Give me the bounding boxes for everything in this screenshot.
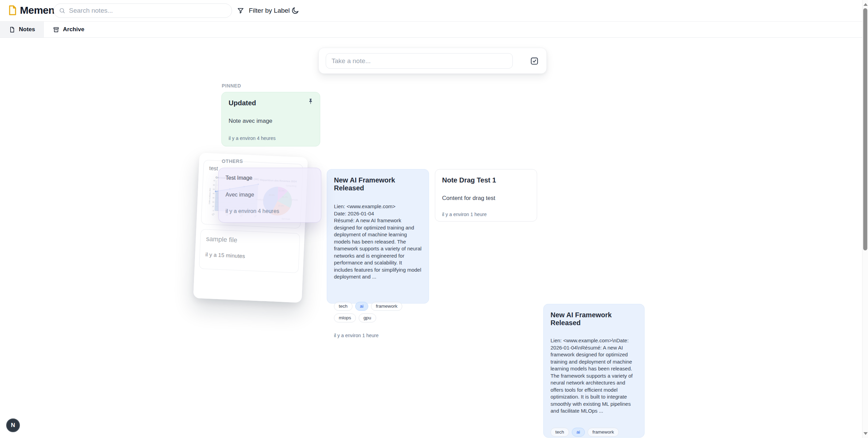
svg-text:10: 10 <box>212 205 214 207</box>
tab-notes-label: Notes <box>19 26 35 33</box>
tag-ai[interactable]: ai <box>572 428 585 437</box>
ghost-title: Test Image <box>225 175 314 181</box>
scrollbar-thumb[interactable] <box>863 8 867 250</box>
note-content: Lien: <www.example.com>\nDate: 2026-01-0… <box>551 337 637 415</box>
vertical-scrollbar[interactable] <box>862 0 868 438</box>
pin-icon[interactable] <box>307 98 314 105</box>
take-a-note-input[interactable] <box>326 53 513 69</box>
svg-text:Q1: Q1 <box>211 212 215 216</box>
svg-text:20: 20 <box>212 201 214 203</box>
pinned-section-label: PINNED <box>222 83 241 88</box>
tag-mlops[interactable]: mlops <box>334 313 356 322</box>
search-bar <box>54 3 232 18</box>
scrollbar-down-arrow[interactable] <box>864 432 868 435</box>
tag-ai[interactable]: ai <box>355 302 369 311</box>
tag-tech[interactable]: tech <box>334 302 352 311</box>
note-file-icon <box>9 26 15 33</box>
others-section-label: OTHERS <box>222 158 243 164</box>
drag-ghost-card[interactable]: Test Image Avec image il y a environ 4 h… <box>218 168 321 223</box>
checklist-icon[interactable] <box>530 57 539 66</box>
svg-text:60: 60 <box>213 184 215 186</box>
tag-gpu[interactable]: gpu <box>359 313 376 322</box>
svg-text:0: 0 <box>213 210 214 212</box>
note-card-ai-framework[interactable]: New AI Framework Released Lien: <www.exa… <box>327 169 429 304</box>
note-card-drag-test-1[interactable]: Note Drag Test 1 Content for drag test i… <box>435 169 537 222</box>
sample-file-timestamp: il y a 15 minutes <box>205 251 293 261</box>
header: Memento Filter by Label <box>0 0 868 21</box>
pinned-note-card[interactable]: Updated Note avec image il y a environ 4… <box>221 92 320 146</box>
app-logo-icon <box>7 5 18 16</box>
note-content: Content for drag test <box>442 195 530 202</box>
tag-tech[interactable]: tech <box>551 428 569 437</box>
tab-archive[interactable]: Archive <box>44 22 93 37</box>
svg-text:70: 70 <box>213 180 215 181</box>
note-tags: tech ai framework mlops gpu <box>334 302 422 322</box>
memento-app: Memento Filter by Label <box>0 0 868 438</box>
moon-icon <box>291 7 299 15</box>
archive-box-icon <box>53 26 59 33</box>
note-composer <box>319 48 547 74</box>
note-title: New AI Framework Released <box>551 311 637 327</box>
tab-bar: Notes Archive <box>0 21 868 38</box>
note-card-sample-file[interactable]: sample file il y a 15 minutes <box>199 229 300 273</box>
search-input[interactable] <box>69 7 232 14</box>
pinned-note-timestamp: il y a environ 4 heures <box>229 135 313 141</box>
note-content-line: Résumé: A new AI framework designed for … <box>334 217 422 281</box>
tag-framework[interactable]: framework <box>371 302 402 311</box>
scrollbar-up-arrow[interactable] <box>864 3 868 6</box>
dark-mode-toggle[interactable] <box>291 5 301 16</box>
user-avatar[interactable]: N <box>6 418 20 432</box>
sample-file-title: sample file <box>206 235 294 246</box>
search-icon <box>59 7 66 14</box>
note-timestamp: il y a environ 1 heure <box>442 212 530 217</box>
avatar-initial: N <box>11 422 15 429</box>
tab-notes[interactable]: Notes <box>0 22 44 37</box>
note-content-line: Lien: <www.example.com> <box>334 203 422 210</box>
svg-text:Chiffre d'affaires (M€): Chiffre d'affaires (M€) <box>209 188 211 204</box>
note-tags: tech ai framework mlops gpu <box>551 428 637 438</box>
tag-framework[interactable]: framework <box>588 428 619 437</box>
svg-text:50: 50 <box>213 188 215 190</box>
filter-by-label-button[interactable]: Filter by Label <box>237 4 290 17</box>
svg-text:30: 30 <box>212 197 215 199</box>
filter-by-label-label: Filter by Label <box>249 7 290 14</box>
note-content: Lien: <www.example.com> Date: 2026-01-04… <box>334 203 422 281</box>
filter-funnel-icon <box>237 7 244 14</box>
pinned-note-title: Updated <box>229 99 313 107</box>
ghost-timestamp: il y a environ 4 heures <box>225 208 314 214</box>
note-content-line: Date: 2026-01-04 <box>334 210 422 217</box>
note-title: New AI Framework Released <box>334 176 422 192</box>
ghost-content: Avec image <box>225 192 314 198</box>
note-card-ai-framework-drop-preview[interactable]: New AI Framework Released Lien: <www.exa… <box>543 304 645 438</box>
note-timestamp: il y a environ 1 heure <box>334 333 422 338</box>
svg-text:40: 40 <box>212 193 215 194</box>
tab-archive-label: Archive <box>63 26 84 33</box>
note-title: Note Drag Test 1 <box>442 176 530 184</box>
pinned-note-content: Note avec image <box>229 118 313 125</box>
